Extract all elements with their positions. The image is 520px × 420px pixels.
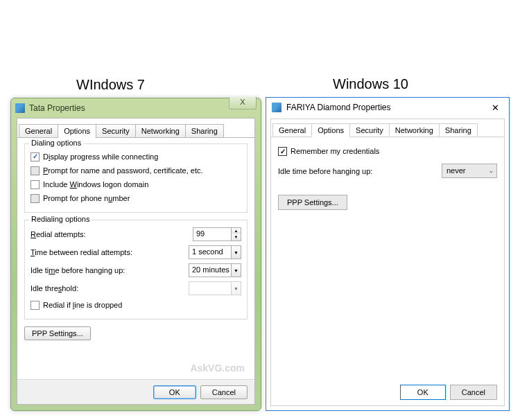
heading-win10: Windows 10	[333, 76, 408, 92]
tab-content: Dialing options Display progress while c…	[17, 138, 254, 378]
checkbox-remember-credentials[interactable]	[278, 147, 287, 156]
close-button[interactable]: ✕	[481, 98, 509, 117]
ok-button[interactable]: OK	[153, 385, 196, 399]
spinner-up-icon[interactable]: ▲	[232, 228, 241, 234]
win10-title: FARIYA Diamond Properties	[286, 103, 391, 112]
connection-icon	[272, 103, 281, 112]
tab-sharing[interactable]: Sharing	[439, 123, 478, 137]
checkbox-prompt-phone[interactable]	[31, 194, 40, 203]
win7-titlebar: Tata Properties X	[11, 98, 261, 116]
combo-value	[189, 282, 231, 295]
checkbox-redial-dropped[interactable]	[31, 301, 40, 310]
spinner-redial-attempts[interactable]: 99 ▲ ▼	[193, 227, 241, 241]
tab-networking[interactable]: Networking	[389, 123, 440, 137]
redialing-options-group: Redialing options Redial attempts: 99 ▲ …	[24, 220, 248, 320]
ok-button[interactable]: OK	[400, 385, 446, 400]
label-prompt-name: Prompt for name and password, certificat…	[43, 166, 203, 175]
chevron-down-icon: ▼	[231, 282, 241, 295]
checkbox-include-domain[interactable]	[31, 180, 40, 189]
redialing-legend: Redialing options	[29, 215, 92, 223]
combo-value: 20 minutes	[189, 264, 231, 277]
tab-networking[interactable]: Networking	[135, 124, 186, 137]
tab-security[interactable]: Security	[349, 123, 390, 137]
ppp-settings-button[interactable]: PPP Settings...	[24, 326, 91, 340]
win10-dialog: FARIYA Diamond Properties ✕ General Opti…	[266, 97, 510, 411]
combo-idle-hangup[interactable]: 20 minutes ▼	[189, 263, 241, 277]
combo-time-between[interactable]: 1 second ▼	[189, 245, 241, 259]
connection-icon	[15, 103, 25, 113]
chevron-down-icon: ⌵	[485, 164, 496, 177]
label-display-progress: Display progress while connecting	[43, 152, 158, 161]
checkbox-display-progress[interactable]	[31, 152, 40, 161]
tab-general[interactable]: General	[19, 124, 58, 137]
ppp-settings-button[interactable]: PPP Settings...	[278, 195, 347, 210]
label-idle-threshold: Idle threshold:	[31, 284, 189, 292]
combo-value: never	[442, 164, 485, 177]
dialing-legend: Dialing options	[29, 139, 83, 147]
label-remember-credentials: Remember my credentials	[291, 147, 379, 155]
combo-idle-hangup[interactable]: never ⌵	[442, 164, 497, 178]
cancel-button[interactable]: Cancel	[200, 385, 248, 399]
tab-strip: General Options Security Networking Shar…	[271, 122, 504, 137]
label-redial-attempts: Redial attempts:	[31, 230, 193, 238]
dialing-options-group: Dialing options Display progress while c…	[24, 143, 248, 213]
tab-strip: General Options Security Networking Shar…	[17, 121, 254, 138]
label-prompt-phone: Prompt for phone number	[43, 194, 130, 202]
tab-options[interactable]: Options	[311, 123, 350, 137]
label-time-between: Time between redial attempts:	[31, 248, 189, 256]
heading-win7: WIndows 7	[76, 77, 145, 93]
spinner-value[interactable]: 99	[193, 228, 231, 240]
close-button[interactable]: X	[229, 97, 257, 110]
combo-value: 1 second	[189, 246, 231, 259]
cancel-button[interactable]: Cancel	[450, 385, 497, 400]
label-idle-hangup: Idle time before hanging up:	[278, 167, 442, 175]
dialog-footer: OK Cancel	[17, 379, 254, 404]
win10-body: General Options Security Networking Shar…	[270, 119, 505, 406]
label-redial-dropped: Redial if line is dropped	[43, 301, 122, 309]
dialog-footer: OK Cancel	[271, 379, 504, 405]
tab-options[interactable]: Options	[58, 124, 96, 138]
tab-sharing[interactable]: Sharing	[185, 124, 224, 137]
combo-idle-threshold: ▼	[189, 281, 241, 295]
tab-general[interactable]: General	[272, 123, 312, 137]
win7-dialog: Tata Properties X General Options Securi…	[10, 98, 261, 411]
label-idle-hangup: Idle time before hanging up:	[31, 266, 189, 274]
tab-content: Remember my credentials Idle time before…	[271, 137, 504, 218]
tab-security[interactable]: Security	[96, 124, 136, 137]
chevron-down-icon: ▼	[231, 264, 241, 277]
win10-titlebar: FARIYA Diamond Properties ✕	[266, 98, 509, 117]
chevron-down-icon: ▼	[231, 246, 241, 259]
checkbox-prompt-name[interactable]	[31, 166, 40, 175]
spinner-down-icon[interactable]: ▼	[232, 234, 241, 240]
win7-title: Tata Properties	[29, 103, 85, 113]
label-include-domain: Include Windows logon domain	[43, 180, 148, 189]
win7-body: General Options Security Networking Shar…	[17, 118, 255, 405]
